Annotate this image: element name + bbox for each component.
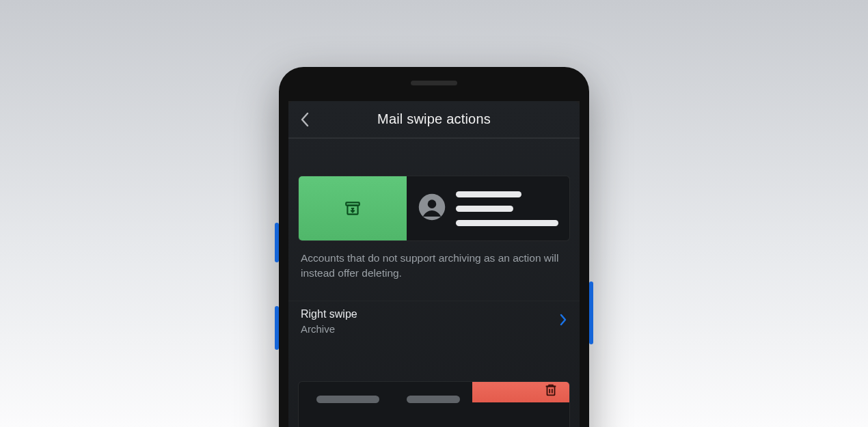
header-divider <box>288 138 580 139</box>
setting-label: Right swipe <box>301 308 357 320</box>
power-button <box>589 281 593 344</box>
preview-line <box>456 220 558 226</box>
preview-line <box>456 191 521 197</box>
svg-rect-4 <box>547 386 555 395</box>
right-swipe-setting[interactable]: Right swipe Archive <box>288 301 580 344</box>
right-swipe-preview-body <box>407 176 569 240</box>
avatar-icon <box>418 193 446 224</box>
preview-line <box>456 206 513 212</box>
header-bar: Mail swipe actions <box>288 101 580 138</box>
volume-button-top <box>275 223 279 262</box>
archive-icon <box>344 199 362 217</box>
preview-line <box>316 396 379 403</box>
chevron-left-icon <box>300 112 310 127</box>
right-swipe-action-area <box>299 176 407 240</box>
phone-screen: Mail swipe actions <box>288 101 580 427</box>
page-title: Mail swipe actions <box>295 111 573 127</box>
left-swipe-preview <box>298 381 570 427</box>
trash-icon <box>543 382 558 398</box>
phone-mockup: Mail swipe actions <box>279 67 589 427</box>
setting-value: Archive <box>301 323 357 335</box>
right-swipe-help-text: Accounts that do not support archiving a… <box>288 241 580 281</box>
left-swipe-preview-body <box>299 382 472 403</box>
preview-text-lines <box>456 191 558 226</box>
right-swipe-section: Accounts that do not support archiving a… <box>288 176 580 427</box>
preview-line <box>407 396 460 403</box>
left-swipe-action-area <box>472 382 569 402</box>
volume-button-bottom <box>275 306 279 350</box>
chevron-right-icon <box>559 314 567 329</box>
back-button[interactable] <box>295 110 314 129</box>
svg-point-3 <box>428 199 437 208</box>
right-swipe-preview <box>298 176 570 241</box>
